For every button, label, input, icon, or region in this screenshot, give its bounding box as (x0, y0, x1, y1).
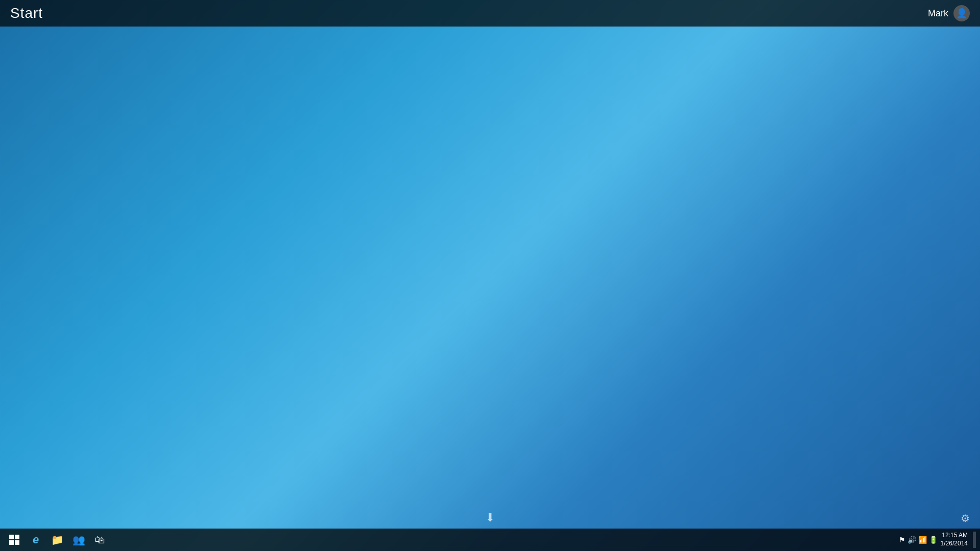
taskbar-explorer-taskbar[interactable]: 📁 (47, 530, 67, 550)
show-desktop[interactable] (973, 532, 976, 548)
svg-rect-1 (15, 535, 19, 539)
start-title: Start (10, 5, 43, 21)
taskbar-start[interactable] (4, 530, 24, 550)
taskbar-sys-icons: ⚑ 🔊 📶 🔋 (899, 536, 938, 544)
topbar: Start Mark 👤 (0, 0, 980, 27)
user-avatar[interactable]: 👤 (953, 5, 970, 21)
date-display: 1/26/2014 (941, 540, 968, 548)
user-name: Mark (928, 8, 948, 19)
svg-rect-0 (9, 535, 14, 539)
taskbar-ie-taskbar[interactable]: e (26, 530, 46, 550)
settings-button[interactable]: ⚙ (961, 512, 970, 524)
taskbar: e📁👥🛍 ⚑ 🔊 📶 🔋 12:15 AM 1/26/2014 (0, 529, 980, 551)
time-display: 12:15 AM (941, 532, 968, 540)
taskbar-people-taskbar[interactable]: 👥 (68, 530, 89, 550)
scroll-down-indicator[interactable]: ⬇ (485, 511, 495, 524)
svg-rect-3 (15, 540, 19, 545)
network-icon[interactable]: 📶 (918, 536, 927, 544)
svg-rect-2 (9, 540, 14, 545)
battery-icon[interactable]: 🔋 (929, 536, 938, 544)
user-info: Mark 👤 (928, 5, 970, 21)
taskbar-right: ⚑ 🔊 📶 🔋 12:15 AM 1/26/2014 (899, 532, 976, 548)
clock: 12:15 AM 1/26/2014 (941, 532, 968, 547)
taskbar-icons: e📁👥🛍 (4, 530, 110, 550)
taskbar-store-taskbar[interactable]: 🛍 (90, 530, 110, 550)
battery-flag-icon: ⚑ (899, 536, 905, 544)
volume-icon[interactable]: 🔊 (908, 536, 916, 544)
